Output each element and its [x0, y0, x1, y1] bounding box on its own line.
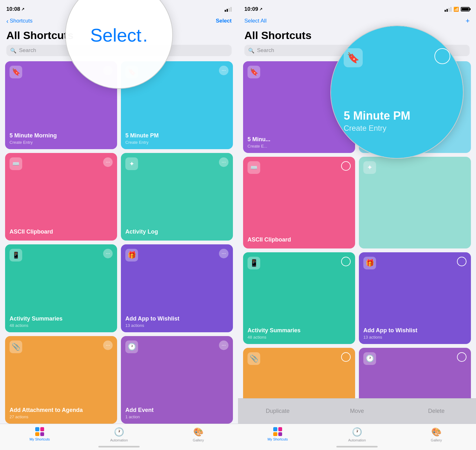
- my-shortcuts-icon-right: [273, 427, 282, 436]
- tab-label-gallery-left: Gallery: [193, 438, 204, 442]
- tab-my-shortcuts-right[interactable]: My Shortcuts: [238, 427, 317, 441]
- card-name-five-morning: 5 Minute Morning: [10, 132, 113, 139]
- card-sub-five-morning: Create Entry: [10, 140, 113, 145]
- select-circle-addappwishlist: [457, 257, 466, 266]
- card-actsummaries-right[interactable]: 📱 Activity Summaries 48 actions: [243, 252, 355, 344]
- card-sub-actsummaries: 48 actions: [10, 323, 113, 328]
- card-addevent[interactable]: 🕐 ··· Add Event 1 action: [121, 336, 233, 424]
- card-ascii-right[interactable]: ⌨️ ASCII Clipboard: [243, 157, 355, 248]
- status-bar-right: 10:09 ↗ 📶: [238, 0, 476, 14]
- card-icon-addattachment: 📎: [10, 341, 22, 353]
- tab-gallery-left[interactable]: 🎨 Gallery: [159, 427, 238, 442]
- signal-icon-right: [445, 7, 452, 12]
- select-button-left[interactable]: Select: [216, 18, 232, 24]
- card-actsummaries[interactable]: 📱 ··· Activity Summaries 48 actions: [5, 244, 117, 332]
- card-icon-actlog: ✦: [125, 157, 138, 170]
- wifi-icon-right: 📶: [453, 7, 459, 12]
- card-icon-actsummaries: 📱: [10, 249, 22, 261]
- circle-card-sub: Create Entry: [344, 124, 450, 133]
- card-addappwishlist[interactable]: 🎁 ··· Add App to Wishlist 13 actions: [121, 244, 233, 332]
- card-sub-addevent: 1 action: [125, 414, 228, 419]
- nav-bar-right: Select All +: [238, 14, 476, 28]
- card-icon-five-morning: 🔖: [10, 66, 22, 78]
- action-sheet: Duplicate Move Delete: [238, 398, 476, 424]
- card-addappwishlist-right[interactable]: 🎁 Add App to Wishlist 13 actions: [359, 252, 471, 344]
- tab-gallery-right[interactable]: 🎨 Gallery: [397, 427, 476, 442]
- circle-overlay-card: 🔖 5 Minute PM Create Entry: [330, 25, 464, 159]
- select-circle-ascii: [341, 161, 351, 171]
- card-name-five-pm: 5 Minute PM: [125, 132, 228, 139]
- select-circle-addevent: [457, 352, 466, 362]
- card-actlog-right[interactable]: ✦: [359, 157, 471, 248]
- left-panel: Select . 10:08 ↗ ‹ Shortcuts Select All …: [0, 0, 238, 450]
- search-icon-left: 🔍: [10, 48, 17, 54]
- card-sub-actsummaries-right: 48 actions: [248, 335, 351, 340]
- card-menu-addattachment[interactable]: ···: [103, 341, 113, 350]
- status-icons-right: 📶: [445, 7, 470, 12]
- my-shortcuts-icon: [35, 427, 44, 436]
- tab-label-automation-left: Automation: [110, 438, 128, 442]
- back-button-left[interactable]: ‹ Shortcuts: [6, 17, 32, 25]
- card-icon-ascii-right: ⌨️: [248, 161, 260, 174]
- home-indicator-right: [336, 446, 378, 447]
- select-circle-actsummaries: [341, 257, 351, 266]
- card-addattachment[interactable]: 📎 ··· Add Attachment to Agenda 27 action…: [5, 336, 117, 424]
- card-menu-addappwishlist[interactable]: ···: [219, 249, 228, 258]
- card-sub-addappwishlist-right: 13 actions: [363, 335, 466, 340]
- card-icon-actsummaries-right: 📱: [248, 257, 260, 269]
- tab-my-shortcuts-left[interactable]: My Shortcuts: [0, 427, 79, 441]
- card-sub-five-pm: Create Entry: [125, 140, 228, 145]
- tab-automation-left[interactable]: 🕐 Automation: [79, 427, 159, 442]
- card-icon-addappwishlist: 🎁: [125, 249, 138, 261]
- move-button[interactable]: Move: [317, 408, 397, 414]
- gallery-icon-left: 🎨: [193, 427, 203, 437]
- tab-label-my-shortcuts-left: My Shortcuts: [30, 437, 50, 441]
- automation-icon-right: 🕐: [352, 427, 362, 437]
- tab-automation-right[interactable]: 🕐 Automation: [317, 427, 397, 442]
- card-icon-addappwishlist-right: 🎁: [363, 257, 376, 269]
- card-icon-addattachment-right: 📎: [248, 352, 260, 365]
- home-indicator-left: [98, 446, 140, 447]
- duplicate-button[interactable]: Duplicate: [238, 408, 317, 414]
- card-icon-actlog-right: ✦: [363, 161, 376, 174]
- card-icon-five-morning-right: 🔖: [248, 66, 260, 78]
- signal-icon-left: [225, 7, 232, 12]
- delete-button[interactable]: Delete: [397, 408, 476, 414]
- card-menu-actsummaries[interactable]: ···: [103, 249, 113, 258]
- plus-button[interactable]: +: [466, 17, 470, 25]
- shortcuts-grid-left: 🔖 ··· 5 Minute Morning Create Entry 🔖 ··…: [0, 61, 238, 424]
- battery-icon-right: [461, 7, 470, 11]
- card-name-addappwishlist-right: Add App to Wishlist: [363, 327, 466, 334]
- card-name-addevent: Add Event: [125, 407, 228, 414]
- location-icon-left: ↗: [21, 7, 24, 11]
- search-icon-right: 🔍: [248, 48, 255, 54]
- search-placeholder-right: Search: [257, 47, 274, 54]
- tab-bar-right: My Shortcuts 🕐 Automation 🎨 Gallery: [238, 424, 476, 450]
- select-all-button[interactable]: Select All: [244, 18, 267, 24]
- tab-bar-left: My Shortcuts 🕐 Automation 🎨 Gallery: [0, 424, 238, 450]
- card-name-actlog: Activity Log: [125, 228, 228, 235]
- card-name-addattachment: Add Attachment to Agenda: [10, 407, 113, 414]
- card-menu-ascii[interactable]: ···: [103, 157, 113, 167]
- status-icons-left: [225, 7, 232, 12]
- tab-label-automation-right: Automation: [348, 438, 366, 442]
- tab-label-gallery-right: Gallery: [431, 438, 442, 442]
- card-name-ascii-right: ASCII Clipboard: [248, 236, 351, 243]
- card-name-actsummaries: Activity Summaries: [10, 315, 113, 322]
- right-panel: 10:09 ↗ 📶 Select All + All Shortcuts 🔍 S…: [238, 0, 476, 450]
- select-circle-addattachment: [341, 352, 351, 362]
- gallery-icon-right: 🎨: [431, 427, 441, 437]
- card-name-addappwishlist: Add App to Wishlist: [125, 315, 228, 322]
- automation-icon-left: 🕐: [114, 427, 124, 437]
- card-menu-five-pm[interactable]: ···: [219, 66, 228, 75]
- card-menu-addevent[interactable]: ···: [219, 341, 228, 350]
- location-icon-right: ↗: [259, 7, 262, 11]
- card-ascii[interactable]: ⌨️ ··· ASCII Clipboard: [5, 153, 117, 241]
- card-menu-actlog[interactable]: ···: [219, 157, 228, 167]
- card-name-actsummaries-right: Activity Summaries: [248, 327, 351, 334]
- back-label-left: Shortcuts: [10, 18, 33, 24]
- card-actlog[interactable]: ✦ ··· Activity Log: [121, 153, 233, 241]
- status-time-right: 10:09 ↗: [244, 6, 262, 12]
- card-name-ascii: ASCII Clipboard: [10, 228, 113, 235]
- circle-select-label: Select: [90, 24, 141, 46]
